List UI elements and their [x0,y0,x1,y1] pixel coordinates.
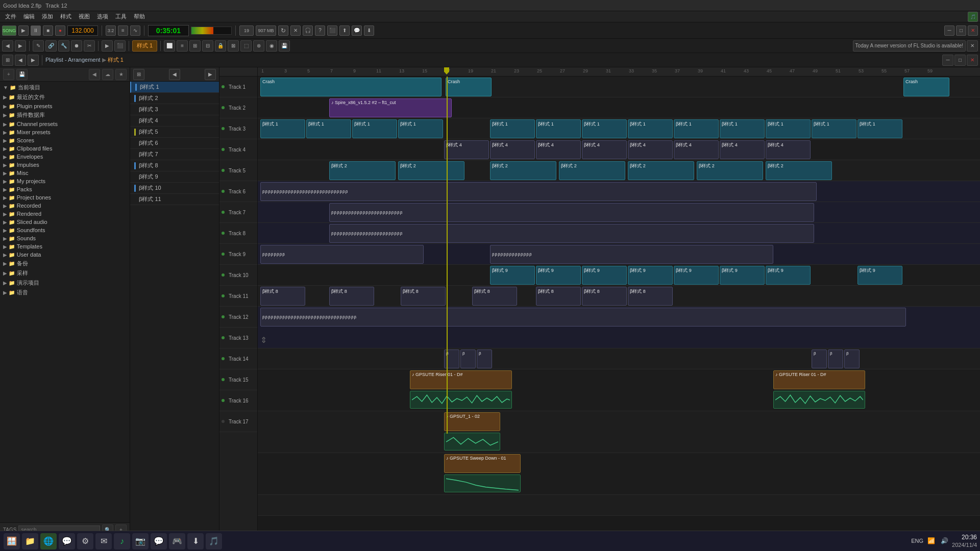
merge-btn[interactable]: ⊠ [228,40,239,52]
clip-sweep-1[interactable]: ♪ GPSUTE Sweep Down - 01 [444,454,521,473]
tree-item-backup[interactable]: ▶ 📁 备份 [0,259,130,268]
menu-tools[interactable]: 工具 [112,12,130,21]
pattern-add-btn[interactable]: ◀ [169,69,180,80]
track-row-14[interactable]: ♪ GPSUTE Riser 01 - D# ♪ GPSUTE Riser 01… [258,369,980,411]
playlist-label[interactable]: Playlist - Arrangement [45,57,101,63]
waves-btn[interactable]: ∿ [130,26,140,36]
track-row-8[interactable]: βββββββββββββββββββββββββ [258,223,980,244]
clip-spire-1[interactable]: ♪ Spire_x86_v1.5.2 #2 – ft1_cut [329,98,452,117]
track-row-4[interactable]: β样式 4 β样式 4 β样式 4 β样式 4 β样式 4 β样式 4 β样式 … [258,139,980,160]
menu-help[interactable]: 帮助 [131,12,148,21]
clip-gpsute-wave-1[interactable] [410,391,512,409]
grid-view-btn[interactable]: ⊞ [2,55,13,66]
clip-p2-2[interactable]: β样式 2 [398,161,464,180]
clip-p8-4[interactable]: β样式 8 [472,287,517,306]
clip-t13-2[interactable]: β [460,349,476,368]
taskbar-browser-btn[interactable]: 🌐 [40,533,57,549]
pause-btn[interactable]: ⏸ [31,26,41,36]
clip-t7-group[interactable]: βββββββββββββββββββββββββ [329,203,814,222]
arrangement-pattern[interactable]: 样式 1 [108,57,124,63]
pattern-mode-btn[interactable]: ⬛ [114,40,126,52]
clip-p4-3[interactable]: β样式 4 [536,140,581,159]
clip-p4-6[interactable]: β样式 4 [674,140,719,159]
clip-p9-4[interactable]: β样式 9 [628,266,673,285]
taskbar-spotify-btn[interactable]: ♪ [114,533,130,549]
pattern-item-2[interactable]: β样式 2 [130,93,219,104]
stop-btn[interactable]: ■ [43,26,53,36]
tree-item-recorded[interactable]: ▶ 📁 Recorded [0,202,130,210]
clip-p8-2[interactable]: β样式 8 [329,287,374,306]
clip-gpsut2-wave[interactable] [444,433,500,450]
clip-p1-2[interactable]: β样式 1 [306,119,351,138]
clip-t9-group2[interactable]: ββββββββββββββ [490,245,773,264]
tb2-right-btn[interactable]: ▶ [15,40,26,52]
sample-selector[interactable]: 样式 1 [132,40,157,52]
arr-max-btn[interactable]: □ [954,55,966,66]
clip-p1-11[interactable]: β样式 1 [766,119,811,138]
taskbar-download-btn[interactable]: ⬇ [187,533,204,549]
tree-item-soundfonts[interactable]: ▶ 📁 Soundfonts [0,226,130,234]
pattern-item-6[interactable]: β样式 6 [130,138,219,149]
taskbar-app-btn[interactable]: 🎵 [206,533,222,549]
arr-close-btn[interactable]: ✕ [967,55,978,66]
download-btn[interactable]: ⬇ [364,26,374,36]
clip-p2-1[interactable]: β样式 2 [329,161,396,180]
pencil-btn[interactable]: ✎ [33,40,44,52]
clip-crash-2[interactable]: Crash [446,78,492,96]
tree-item-scores[interactable]: ▶ 📁 Scores [0,136,130,144]
clip-p2-3[interactable]: β样式 2 [490,161,556,180]
clip-t9-group1[interactable]: ββββββββ [260,245,424,264]
tree-item-plugin[interactable]: ▶ 📁 Plugin presets [0,102,130,110]
stamp-btn[interactable]: 🔧 [58,40,69,52]
clip-p9-7[interactable]: β样式 9 [766,266,811,285]
clip-t13-5[interactable]: β [828,349,843,368]
browser-star-btn[interactable]: ★ [115,69,127,80]
menu-file[interactable]: 文件 [2,12,19,21]
taskbar-camera-btn[interactable]: 📷 [132,533,149,549]
play-btn[interactable]: ▶ [18,26,29,36]
bpm-display[interactable]: 132.000 [67,26,98,36]
clip-p9-3[interactable]: β样式 9 [582,266,627,285]
save2-btn[interactable]: 💾 [279,40,290,52]
clip-p8-6[interactable]: β样式 8 [582,287,627,306]
clip-p2-7[interactable]: β样式 2 [766,161,832,180]
play2-btn[interactable]: ▶ [102,40,113,52]
track-row-17[interactable] [258,495,980,516]
tree-item-current[interactable]: ▼ 📁 当前项目 [0,83,130,92]
clip-p4-8[interactable]: β样式 4 [766,140,811,159]
clip-p8-3[interactable]: β样式 8 [401,287,446,306]
clip-p4-1[interactable]: β样式 4 [444,140,489,159]
clip-t13-6[interactable]: β [844,349,860,368]
snap-btn[interactable]: 3:2 [106,26,116,36]
taskbar-settings-btn[interactable]: ⚙ [77,533,93,549]
clip-p1-12[interactable]: β样式 1 [812,119,856,138]
min-btn[interactable]: ─ [944,26,954,36]
align-btn[interactable]: ≡ [177,40,188,52]
menu-add[interactable]: 添加 [39,12,56,21]
clip-p1-8[interactable]: β样式 1 [628,119,673,138]
tree-item-sounds[interactable]: ▶ 📁 Sounds [0,234,130,242]
taskbar-discord-btn[interactable]: 💬 [151,533,167,549]
track-row-16[interactable]: ♪ GPSUTE Sweep Down - 01 [258,453,980,495]
clip-p2-6[interactable]: β样式 2 [697,161,763,180]
info-close-btn[interactable]: ✕ [967,40,978,52]
clip-t13-3[interactable]: β [477,349,492,368]
pattern-item-10[interactable]: β样式 10 [130,183,219,194]
clip-gpsute-wave-2[interactable] [773,391,865,409]
track-row-1[interactable]: Crash Crash Crash [258,77,980,97]
tree-item-templates[interactable]: ▶ 📁 Templates [0,242,130,251]
clip-p1-7[interactable]: β样式 1 [582,119,627,138]
clip-crash-3[interactable]: Crash [903,78,949,96]
track-row-5[interactable]: β样式 2 β样式 2 β样式 2 β样式 2 β样式 2 β样式 2 β样式 … [258,160,980,181]
track-row-13[interactable]: β β β β β β [258,348,980,369]
tree-item-mixer[interactable]: ▶ 📁 Mixer presets [0,128,130,136]
track-row-7[interactable]: βββββββββββββββββββββββββ [258,202,980,223]
clip-p8-1[interactable]: β样式 8 [260,287,305,306]
clip-gpsute-1[interactable]: ♪ GPSUTE Riser 01 - D# [410,370,512,389]
help-btn[interactable]: ? [315,26,325,36]
tree-item-channel[interactable]: ▶ 📁 Channel presets [0,120,130,128]
clip-gpsute-2[interactable]: ♪ GPSUTE Riser 01 - D# [773,370,865,389]
tree-item-myprojects[interactable]: ▶ 📁 My projects [0,177,130,185]
clip-p1-9[interactable]: β样式 1 [674,119,719,138]
browser-save-btn[interactable]: 💾 [16,69,28,80]
